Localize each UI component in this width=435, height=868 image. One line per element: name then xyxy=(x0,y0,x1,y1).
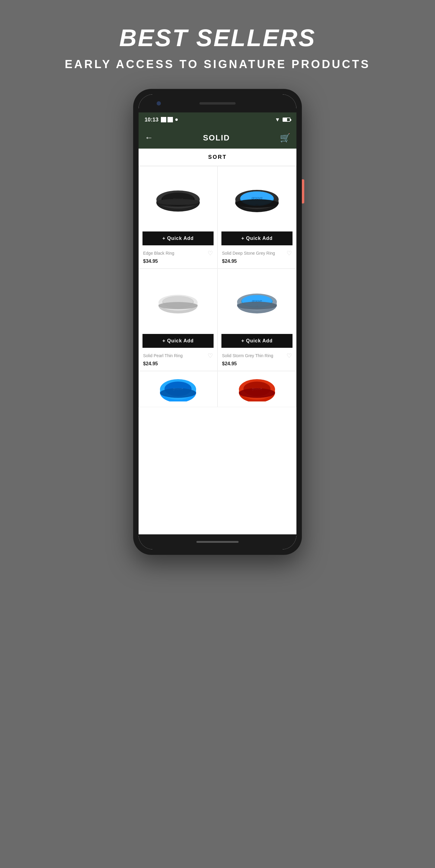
product-card-partial-blue: groove xyxy=(139,371,218,407)
product-price-solid-storm-grey-thin: $24.95 xyxy=(222,361,293,367)
svg-point-18 xyxy=(159,302,198,309)
ring-image-white xyxy=(154,287,202,317)
screen-content: 10:13 ▼ ← SOLID 🛒 xyxy=(139,113,296,534)
product-name-solid-pearl-thin: Solid Pearl Thin Ring xyxy=(143,353,207,358)
product-price-solid-deep-stone-grey: $24.95 xyxy=(222,258,293,265)
heart-icon-solid-pearl-thin[interactable]: ♡ xyxy=(207,352,213,359)
status-dot xyxy=(175,119,178,121)
ring-image-partial-blue: groove xyxy=(159,377,198,401)
home-indicator[interactable] xyxy=(196,541,239,543)
heart-icon-edge-black[interactable]: ♡ xyxy=(207,250,213,257)
product-image-solid-pearl-thin xyxy=(151,275,205,329)
product-card-partial-red: groove xyxy=(218,371,296,407)
quick-add-button-edge-black[interactable]: + Quick Add xyxy=(142,231,213,245)
products-grid-partial: groove groove xyxy=(139,371,296,407)
phone-bottom xyxy=(139,534,296,550)
status-bar: 10:13 ▼ xyxy=(139,113,296,127)
product-name-solid-storm-grey-thin: Solid Storm Grey Thin Ring xyxy=(222,353,287,358)
phone-speaker xyxy=(199,102,236,104)
svg-point-13 xyxy=(235,199,279,208)
sort-bar[interactable]: SORT xyxy=(139,149,296,166)
product-card-solid-pearl-thin: + Quick Add Solid Pearl Thin Ring ♡ $24.… xyxy=(139,269,218,371)
phone-top-bar xyxy=(139,94,296,113)
heart-icon-solid-storm-grey-thin[interactable]: ♡ xyxy=(287,352,292,359)
product-card-solid-storm-grey-thin: groove ∞ + Quick Add Solid Storm Grey Th… xyxy=(218,269,296,371)
quick-add-button-solid-deep-stone-grey[interactable]: + Quick Add xyxy=(222,231,293,245)
svg-point-25 xyxy=(237,302,277,310)
product-price-solid-pearl-thin: $24.95 xyxy=(142,361,213,367)
status-square-1 xyxy=(161,117,166,122)
front-camera xyxy=(157,101,161,105)
cart-icon[interactable]: 🛒 xyxy=(280,133,291,143)
battery-icon xyxy=(282,118,291,122)
ring-image-black: groove xyxy=(154,184,202,215)
product-image-edge-black: groove xyxy=(151,173,205,227)
phone-screen: 10:13 ▼ ← SOLID 🛒 xyxy=(139,94,296,550)
svg-point-30 xyxy=(160,388,196,398)
product-info-edge-black: Edge Black Ring ♡ xyxy=(142,248,213,258)
app-header: ← SOLID 🛒 xyxy=(139,127,296,149)
side-button xyxy=(302,179,304,204)
ring-image-dark-blue: groove ∞ xyxy=(233,183,281,216)
wifi-icon: ▼ xyxy=(275,117,280,123)
product-name-solid-deep-stone-grey: Solid Deep Stone Grey Ring xyxy=(222,251,287,255)
product-name-edge-black: Edge Black Ring xyxy=(143,251,207,255)
svg-point-35 xyxy=(239,388,275,398)
page-subtitle: EARLY ACCESS TO SIGNATURE PRODUCTS xyxy=(65,58,370,71)
ring-image-partial-red: groove xyxy=(237,377,276,401)
battery-fill xyxy=(283,118,287,121)
status-left: 10:13 xyxy=(144,117,178,123)
product-info-solid-pearl-thin: Solid Pearl Thin Ring ♡ xyxy=(142,351,213,361)
page-title: BEST SELLERS xyxy=(119,24,316,52)
product-info-solid-deep-stone-grey: Solid Deep Stone Grey Ring ♡ xyxy=(222,248,293,258)
status-time: 10:13 xyxy=(144,117,159,123)
phone-frame: 10:13 ▼ ← SOLID 🛒 xyxy=(133,89,302,555)
status-squares xyxy=(161,117,173,122)
status-right: ▼ xyxy=(275,117,291,123)
quick-add-button-solid-storm-grey-thin[interactable]: + Quick Add xyxy=(222,334,293,348)
product-price-edge-black: $34.95 xyxy=(142,258,213,265)
product-info-solid-storm-grey-thin: Solid Storm Grey Thin Ring ♡ xyxy=(222,351,293,361)
product-card-solid-deep-stone-grey: groove ∞ + Quick Add Solid Deep Stone Gr… xyxy=(218,166,296,269)
svg-point-6 xyxy=(156,199,200,205)
product-image-solid-storm-grey-thin: groove ∞ xyxy=(230,275,284,329)
product-card-edge-black: groove + Quick Add Edge Black Ring ♡ $34… xyxy=(139,166,218,269)
products-grid: groove + Quick Add Edge Black Ring ♡ $34… xyxy=(139,166,296,371)
heart-icon-solid-deep-stone-grey[interactable]: ♡ xyxy=(287,250,292,257)
back-button[interactable]: ← xyxy=(144,133,153,143)
status-square-2 xyxy=(167,117,173,122)
product-image-solid-deep-stone-grey: groove ∞ xyxy=(230,173,284,227)
ring-image-blue-grey: groove ∞ xyxy=(233,287,281,317)
quick-add-button-solid-pearl-thin[interactable]: + Quick Add xyxy=(142,334,213,348)
app-header-title: SOLID xyxy=(203,133,230,143)
